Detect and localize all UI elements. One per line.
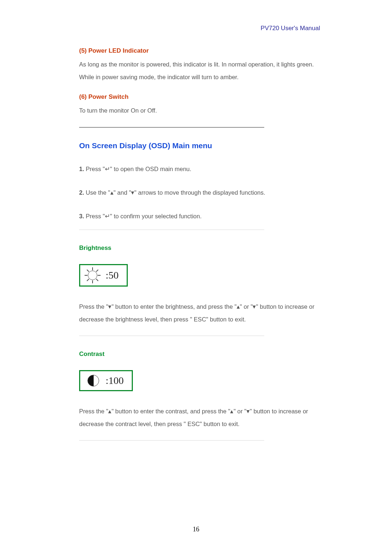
heading-brightness: Brightness: [79, 244, 320, 252]
step-text: " and ": [114, 189, 131, 196]
divider-light: [79, 336, 264, 336]
text-power-switch: To turn the monitor On or Off.: [79, 104, 320, 117]
doc-header: PV720 User's Manual: [79, 25, 320, 32]
brightness-value: :50: [106, 270, 119, 281]
text-brightness: Press the "▾" button to enter the bright…: [79, 300, 320, 325]
down-arrow-icon: ▾: [131, 189, 134, 196]
heading-osd-main: On Screen Display (OSD) Main menu: [79, 141, 320, 150]
divider-light: [79, 440, 264, 441]
step-text: " to confirm your selected function.: [110, 213, 202, 219]
enter-icon: ↵: [105, 213, 110, 219]
step-num: 1.: [79, 166, 84, 172]
step-num: 2.: [79, 189, 84, 196]
divider: [79, 127, 264, 127]
step-num: 3.: [79, 213, 84, 219]
heading-contrast: Contrast: [79, 351, 320, 358]
brightness-osd-box: :50: [79, 264, 128, 287]
divider-light: [79, 230, 264, 230]
step-text: " arrows to move through the displayed f…: [134, 189, 265, 196]
osd-step-3: 3. Press "↵" to confirm your selected fu…: [79, 210, 320, 222]
enter-icon: ↵: [105, 166, 110, 172]
text-contrast: Press the "▴" button to enter the contra…: [79, 405, 320, 430]
step-text: Press ": [84, 213, 105, 219]
up-arrow-icon: ▴: [110, 189, 114, 196]
step-text: Use the ": [84, 189, 110, 196]
osd-step-1: 1. Press "↵" to open the OSD main menu.: [79, 163, 320, 175]
contrast-osd-box: :100: [79, 370, 133, 391]
heading-power-led: (5) Power LED Indicator: [79, 47, 320, 54]
brightness-icon: [85, 267, 101, 283]
step-text: Press ": [84, 166, 105, 172]
text-power-led: As long as the monitor is powered, this …: [79, 58, 320, 83]
contrast-icon: [86, 373, 101, 388]
step-text: " to open the OSD main menu.: [110, 166, 191, 172]
osd-step-2: 2. Use the "▴" and "▾" arrows to move th…: [79, 187, 320, 199]
heading-power-switch: (6) Power Switch: [79, 93, 320, 101]
page-number: 16: [0, 526, 392, 533]
contrast-value: :100: [106, 375, 124, 386]
